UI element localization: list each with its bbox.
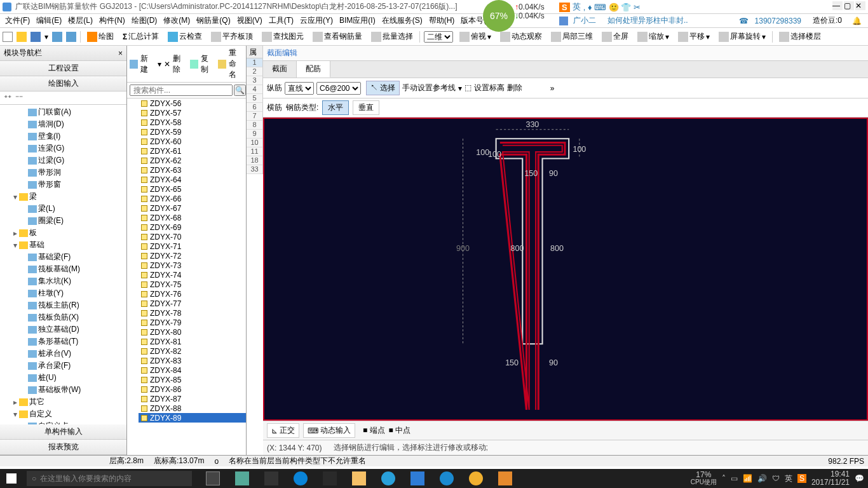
row-number[interactable]: 7 [247,112,262,121]
menu-component[interactable]: 构件(N) [97,14,128,27]
action-center-icon[interactable]: 💬 [855,474,864,483]
row-number[interactable]: 10 [247,139,262,147]
tree-node[interactable]: ▾基础 [0,239,126,251]
prop-label[interactable]: 属性 [247,46,263,58]
local-3d-button[interactable]: 局部三维 [548,30,595,43]
copy-icon[interactable] [190,60,198,69]
glodon-icon[interactable] [403,469,432,488]
minimize-button[interactable]: — [832,1,843,10]
row-number[interactable]: 9 [247,130,262,139]
menu-file[interactable]: 文件(F) [3,14,32,27]
select-floor-button[interactable]: 选择楼层 [776,30,824,43]
tray-clock[interactable]: 19:412017/11/21 [811,470,850,487]
list-item[interactable]: ZDYX-76 [139,289,246,299]
zoom-button[interactable]: 缩放▾ [635,30,672,43]
list-item[interactable]: ZDYX-66 [139,194,246,203]
sogou-logo[interactable]: S [559,3,570,12]
start-button[interactable] [0,469,23,488]
tree-node[interactable]: 墙洞(D) [0,118,126,130]
list-item[interactable]: ZDYX-82 [139,346,246,356]
draw-button[interactable]: 绘图 [85,30,116,43]
app-icon-3[interactable] [432,469,461,488]
list-item[interactable]: ZDYX-57 [139,108,246,118]
list-item[interactable]: ZDYX-89 [139,413,246,423]
menu-draw[interactable]: 绘图(D) [129,14,160,27]
fullscreen-button[interactable]: 全屏 [599,30,631,43]
flat-top-button[interactable]: 平齐板顶 [208,30,255,43]
list-item[interactable]: ZDYX-73 [139,261,246,270]
row-number[interactable]: 1 [247,58,262,67]
explorer-icon[interactable] [344,469,374,488]
tray-sogou-icon[interactable]: S [797,474,806,483]
delete-button[interactable]: 删除 [173,53,187,75]
tray-wifi-icon[interactable]: 📶 [743,474,752,483]
nav-tab-settings[interactable]: 工程设置 [0,61,126,76]
menu-modify[interactable]: 修改(M) [161,14,193,27]
open-file-icon[interactable] [17,32,27,42]
app-icon-4[interactable] [461,469,491,488]
ime-icon[interactable]: , ♦ ⌨ 🙂 👕 ✂ [583,3,641,12]
delete-icon[interactable]: ✕ [164,60,170,69]
midpoint-snap[interactable]: ■ 中点 [389,425,411,436]
list-item[interactable]: ZDYX-79 [139,318,246,327]
list-item[interactable]: ZDYX-65 [139,184,246,194]
row-number[interactable]: 11 [247,147,262,156]
list-item[interactable]: ZDYX-69 [139,222,246,232]
row-number[interactable]: 4 [247,85,262,94]
find-element-button[interactable]: 查找图元 [259,30,306,43]
expand-icon[interactable]: ⁺⁺ [4,93,11,102]
list-item[interactable]: ZDYX-86 [139,384,246,394]
tree-node[interactable]: 梁(L) [0,203,126,215]
tree-node[interactable]: 筏板主筋(R) [0,299,126,311]
close-button[interactable]: ✕ [855,1,865,10]
tree-node[interactable]: ▸其它 [0,396,126,408]
rotate-button[interactable]: 屏幕旋转▾ [716,30,768,43]
edge-icon[interactable] [286,469,315,488]
menu-rebar[interactable]: 钢筋量(Q) [194,14,233,27]
task-view-icon[interactable] [198,469,227,488]
rename-button[interactable]: 重命名 [229,48,243,80]
tree-node[interactable]: 壁龛(I) [0,130,126,142]
component-list[interactable]: ZDYX-56ZDYX-57ZDYX-58ZDYX-59ZDYX-60ZDYX-… [127,98,246,455]
top-view-button[interactable]: 俯视▾ [457,30,494,43]
line-select[interactable]: 直线 [285,82,314,95]
new-icon[interactable] [130,60,138,69]
tree-node[interactable]: 连梁(G) [0,142,126,154]
list-item[interactable]: ZDYX-64 [139,175,246,184]
tray-defender-icon[interactable]: 🛡 [772,474,780,483]
row-number[interactable]: 2 [247,67,262,76]
cloud-check-button[interactable]: 云检查 [165,30,205,43]
delete-rebar-button[interactable]: 删除 [507,83,522,93]
tree-node[interactable]: ▾梁 [0,191,126,203]
tree-node[interactable]: 筏板负筋(X) [0,311,126,323]
dropdown-icon[interactable]: ▾ [44,32,48,41]
taskbar-search[interactable]: ○ 在这里输入你要搜索的内容 [27,471,192,486]
pan-button[interactable]: 平移▾ [675,30,712,43]
help-tip[interactable]: 如何处理异形柱中非封.. [605,14,691,27]
row-number[interactable]: 33 [247,165,262,174]
search-button[interactable]: 🔍 [234,85,246,96]
bell-icon[interactable]: 🔔 [850,15,864,27]
row-number[interactable]: 18 [247,156,262,165]
tray-battery-icon[interactable]: ▭ [731,474,738,483]
endpoint-snap[interactable]: ■ 端点 [363,425,385,436]
nav-tab-single[interactable]: 单构件输入 [0,424,126,440]
list-item[interactable]: ZDYX-59 [139,127,246,137]
nav-tree[interactable]: 门联窗(A)墙洞(D)壁龛(I)连梁(G)过梁(G)带形洞带形窗▾梁梁(L)圈梁… [0,105,126,424]
list-item[interactable]: ZDYX-56 [139,98,246,108]
cpu-meter[interactable]: 17%CPU使用 [691,471,717,486]
tab-section[interactable]: 截面 [263,61,297,78]
menu-edit[interactable]: 编辑(E) [34,14,64,27]
row-number[interactable]: 3 [247,76,262,85]
tree-node[interactable]: ▸板 [0,227,126,239]
list-item[interactable]: ZDYX-80 [139,327,246,337]
menu-bim[interactable]: BIM应用(I) [337,14,378,27]
copy-button[interactable]: 复制 [201,53,215,75]
list-item[interactable]: ZDYX-74 [139,270,246,280]
tree-node[interactable]: ▾自定义 [0,408,126,420]
tab-rebar[interactable]: 配筋 [297,61,330,78]
list-item[interactable]: ZDYX-87 [139,394,246,403]
list-item[interactable]: ZDYX-84 [139,365,246,375]
tree-node[interactable]: 门联窗(A) [0,106,126,118]
tree-node[interactable]: 条形基础(T) [0,336,126,348]
